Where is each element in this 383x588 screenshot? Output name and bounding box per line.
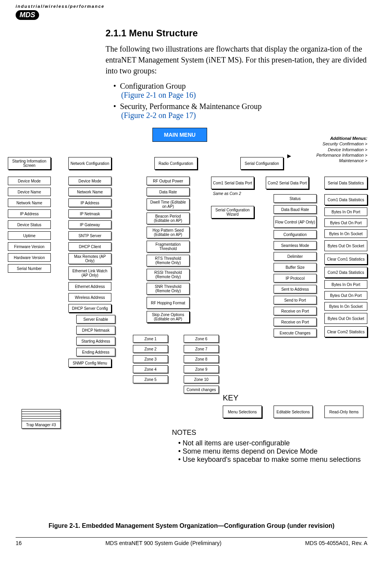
dhcp-server-config: DHCP Server Config bbox=[68, 304, 111, 313]
zone: Zone 4 bbox=[133, 365, 168, 373]
item: Bytes Out On Port bbox=[324, 218, 367, 227]
zone: Zone 3 bbox=[133, 355, 168, 363]
zone: Zone 7 bbox=[184, 345, 219, 353]
main-menu-box: MAIN MENU bbox=[152, 128, 207, 142]
figure-caption: Figure 2-1. Embedded Management System O… bbox=[16, 522, 367, 529]
branch-starting: Starting Information Screen bbox=[8, 157, 51, 170]
item: Execute Changes bbox=[274, 329, 317, 337]
item: Hop Pattern Seed (Editable on AP) bbox=[147, 227, 190, 238]
key-title: KEY bbox=[223, 393, 383, 402]
item: Send to Port bbox=[274, 296, 317, 304]
zone: Zone 2 bbox=[133, 345, 168, 353]
item: Network Name bbox=[68, 188, 111, 196]
branch-serial: Serial Configuration bbox=[240, 157, 283, 170]
item: Starting Address bbox=[76, 337, 115, 345]
logo: MDS bbox=[16, 10, 39, 20]
item: IP Netmask bbox=[68, 209, 111, 218]
snmp-children: Read CommunityTrap Manager #4 Write Comm… bbox=[21, 409, 123, 431]
tagline: industrial/wireless/performance bbox=[16, 4, 367, 9]
branch-network: Network Configuration bbox=[68, 157, 111, 170]
item: Buffer Size bbox=[274, 263, 317, 272]
item: RF Hopping Format bbox=[147, 297, 190, 309]
page-num: 16 bbox=[16, 540, 22, 546]
bullet-list: • Configuration Group (Figure 2-1 on Pag… bbox=[113, 82, 367, 120]
item: Bytes In On Socket bbox=[324, 229, 367, 238]
bullet1-link[interactable]: (Figure 2-1 on Page 16) bbox=[121, 91, 196, 99]
item: Bytes Out On Port bbox=[324, 291, 367, 300]
serial-stats-children: Com1 Data Statistics Bytes In On Port By… bbox=[324, 194, 371, 340]
commit: Commit changes bbox=[184, 386, 219, 393]
add-item: Maintenance > bbox=[316, 158, 367, 163]
item: IP Gateway bbox=[68, 220, 111, 229]
item: RTS Threshold (Remote Only) bbox=[147, 255, 190, 266]
item: IP Address bbox=[68, 198, 111, 207]
item: Com1 Data Statistics bbox=[324, 194, 367, 205]
bullet2: Security, Performance & Maintenance Grou… bbox=[120, 102, 261, 111]
com2-children: Status Data Baud Rate Flow Control (AP O… bbox=[274, 194, 320, 340]
intro-text: The following two illustrations are flow… bbox=[106, 43, 367, 76]
bullet1: Configuration Group bbox=[120, 82, 186, 90]
note-item: Use keyboard's spacebar to make some men… bbox=[178, 456, 375, 464]
content-block: 2.1.1 Menu Structure The following two i… bbox=[106, 28, 367, 120]
additional-title: Additional Menus: bbox=[316, 136, 367, 141]
item: Sent to Address bbox=[274, 285, 317, 293]
item: Configuration bbox=[274, 230, 317, 239]
note-item: Not all items are user-configurable bbox=[178, 439, 375, 447]
item: RSSI Threshold (Remote Only) bbox=[147, 269, 190, 281]
footer: 16 MDS entraNET 900 System Guide (Prelim… bbox=[16, 537, 367, 546]
item: Flow Control (AP Only) bbox=[274, 216, 317, 228]
item: Ending Address bbox=[76, 348, 115, 356]
legend-menu: Menu Selections bbox=[223, 406, 262, 418]
com1-note: Same as Com 2 bbox=[213, 191, 241, 196]
item: Ethernet Link Watch (AP Only) bbox=[68, 266, 111, 280]
item: SNTP Server bbox=[68, 231, 111, 240]
item: DHCP Client bbox=[68, 242, 111, 251]
footer-center: MDS entraNET 900 System Guide (Prelimina… bbox=[106, 540, 222, 546]
notes-section: NOTES Not all items are user-configurabl… bbox=[172, 429, 375, 464]
item: Bytes Out On Socket bbox=[324, 240, 367, 251]
item: Bytes In On Port bbox=[324, 207, 367, 216]
bullet2-link[interactable]: (Figure 2-2 on Page 17) bbox=[121, 111, 196, 120]
footer-right: MDS 05-4055A01, Rev. A bbox=[305, 540, 367, 546]
zone: Zone 5 bbox=[133, 375, 168, 383]
legend-editable: Editable Selections bbox=[274, 406, 313, 418]
item: IP Address bbox=[8, 209, 51, 218]
item: Dwell Time (Editable on AP) bbox=[147, 198, 190, 210]
item: Data Rate bbox=[147, 188, 190, 196]
item: Uptime bbox=[8, 231, 51, 240]
section-title: 2.1.1 Menu Structure bbox=[106, 28, 367, 39]
com1-port: Com1 Serial Data Port bbox=[211, 177, 254, 189]
item: IP Protocol bbox=[274, 274, 317, 282]
item: Bytes In On Socket bbox=[324, 302, 367, 311]
zone: Zone 1 bbox=[133, 335, 168, 343]
legend-readonly: Read-Only Items bbox=[324, 406, 363, 418]
item: Data Baud Rate bbox=[274, 205, 317, 214]
item: Receive on Port bbox=[274, 318, 317, 326]
dhcp-sub: Server Enable DHCP Netmask Starting Addr… bbox=[76, 315, 115, 356]
item: Wireless Address bbox=[68, 293, 111, 302]
zone: Zone 10 bbox=[184, 375, 219, 383]
zone: Zone 6 bbox=[184, 335, 219, 343]
add-item: Performance Information > bbox=[316, 152, 367, 158]
item: Ethernet Address bbox=[68, 282, 111, 291]
page: industrial/wireless/performance MDS 2.1.… bbox=[0, 0, 383, 554]
col-network: Device Mode Network Name IP Address IP N… bbox=[68, 177, 115, 370]
item: Fragmentation Threshold bbox=[147, 241, 190, 252]
branch-radio: Radio Configuration bbox=[154, 157, 197, 170]
item: Clear Com1 Statistics bbox=[324, 254, 367, 265]
col-radio: RF Output Power Data Rate Dwell Time (Ed… bbox=[147, 177, 201, 325]
item: Device Name bbox=[8, 188, 51, 196]
skip-zone: Skip Zone Options (Editable on AP) bbox=[147, 311, 190, 323]
item: Trap Manager #3 bbox=[21, 421, 61, 429]
snmp-config-menu: SNMP Config Menu bbox=[68, 359, 111, 367]
item: SNR Threshold (Remote Only) bbox=[147, 283, 190, 295]
item: Device Mode bbox=[8, 177, 51, 185]
item: Serial Number bbox=[8, 264, 51, 273]
com2-port: Com2 Serial Data Port bbox=[266, 177, 309, 189]
additional-menus: Additional Menus: Security Confirmation … bbox=[316, 136, 367, 163]
serial-wizard: Serial Configuration Wizard bbox=[211, 206, 254, 218]
zone: Zone 9 bbox=[184, 365, 219, 373]
key-section: KEY Menu Selections Editable Selections … bbox=[223, 393, 383, 418]
arrow-icon bbox=[287, 154, 291, 158]
item: Receive on Port bbox=[274, 307, 317, 315]
